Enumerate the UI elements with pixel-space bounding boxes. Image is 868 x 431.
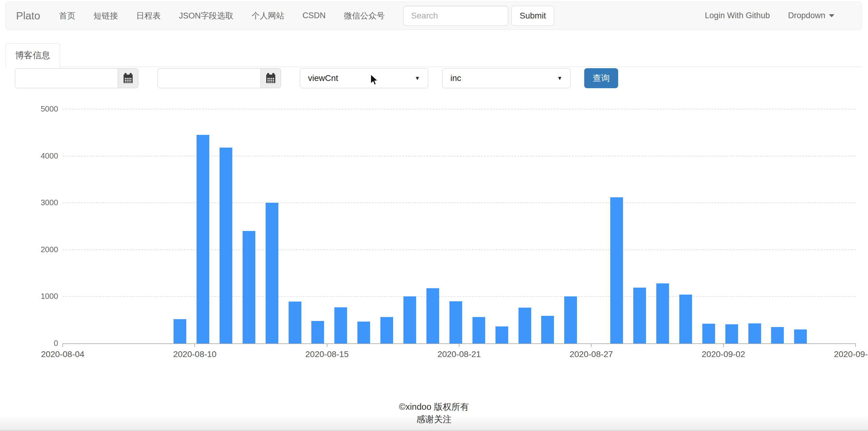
bar-2020-08-25 <box>541 316 554 343</box>
bar-2020-09-05 <box>794 329 807 343</box>
x-axis-label: 2020-08-10 <box>152 349 237 359</box>
bar-2020-09-01 <box>702 324 715 343</box>
navbar-right: Login With Github Dropdown <box>696 11 843 20</box>
bar-2020-08-15 <box>311 321 324 343</box>
x-axis-label: 2020-08-04 <box>20 349 105 359</box>
gridline-4000 <box>63 156 856 156</box>
bar-2020-08-13 <box>266 203 278 343</box>
x-axis-label: 2020-09-02 <box>681 349 766 359</box>
calendar-icon <box>266 73 276 83</box>
x-axis-tick <box>194 343 195 347</box>
bar-2020-08-12 <box>243 231 255 343</box>
bar-2020-08-23 <box>495 326 508 343</box>
query-button[interactable]: 查询 <box>584 68 618 88</box>
tab-bar: 博客信息 <box>5 44 863 67</box>
gridline-3000 <box>63 202 856 203</box>
bar-2020-08-20 <box>427 288 439 343</box>
x-axis-line <box>63 343 856 344</box>
nav-link-3[interactable]: JSON字段选取 <box>170 10 243 21</box>
select-arrow-icon: ▼ <box>414 75 420 82</box>
x-axis-tick <box>62 343 63 347</box>
dropdown-label: Dropdown <box>788 11 825 20</box>
bar-2020-08-19 <box>403 296 416 343</box>
gridline-5000 <box>63 109 856 109</box>
bar-2020-08-24 <box>519 308 531 343</box>
nav-item: 首页 <box>50 2 85 29</box>
filter-bar: viewCnt ▼ inc ▼ 查询 <box>15 68 618 88</box>
bar-2020-08-26 <box>564 296 577 343</box>
gridline-1000 <box>63 296 856 297</box>
date-to-group <box>157 68 281 88</box>
bar-2020-08-22 <box>472 317 485 343</box>
nav-item: 个人网站 <box>243 2 293 29</box>
bar-2020-08-10 <box>196 135 209 343</box>
bar-2020-08-31 <box>679 295 692 343</box>
nav-item: 微信公众号 <box>335 2 394 29</box>
x-axis-tick <box>855 343 856 347</box>
nav-item: JSON字段选取 <box>170 2 243 29</box>
y-axis-label: 5000 <box>3 104 58 114</box>
bar-2020-09-04 <box>771 327 784 343</box>
y-axis-label: 3000 <box>3 198 58 207</box>
mouse-cursor <box>370 74 380 87</box>
nav-item: 日程表 <box>127 2 170 29</box>
date-from-calendar-button[interactable] <box>118 68 138 88</box>
brand-logo[interactable]: Plato <box>16 10 40 22</box>
x-axis-tick <box>327 343 328 347</box>
bar-2020-08-28 <box>610 197 623 343</box>
bar-2020-08-17 <box>358 322 370 343</box>
bar-2020-08-09 <box>174 319 186 343</box>
bar-2020-09-02 <box>725 324 738 343</box>
x-axis-label: 2020-08-15 <box>285 349 370 359</box>
y-axis-label: 0 <box>3 339 58 348</box>
bar-2020-08-14 <box>289 301 301 343</box>
nav-link-0[interactable]: 首页 <box>50 10 85 21</box>
x-axis-label: 2020-08-21 <box>417 349 501 359</box>
mode-select-value: inc <box>451 73 461 83</box>
y-axis-label: 1000 <box>3 292 58 301</box>
x-axis-tick <box>459 343 460 347</box>
select-arrow-icon: ▼ <box>557 75 562 82</box>
tab-blog-info[interactable]: 博客信息 <box>5 44 60 67</box>
gridline-2000 <box>63 250 856 250</box>
calendar-icon <box>123 73 133 83</box>
nav-link-5[interactable]: CSDN <box>293 11 335 20</box>
metric-select-value: viewCnt <box>308 73 338 83</box>
nav-link-6[interactable]: 微信公众号 <box>335 10 394 21</box>
nav-link-1[interactable]: 短链接 <box>85 10 127 21</box>
nav-links: 首页短链接日程表JSON字段选取个人网站CSDN微信公众号 <box>50 2 394 29</box>
footer-thanks: 感谢关注 <box>0 413 868 426</box>
footer-copyright: ©xindoo 版权所有 <box>0 401 868 413</box>
bar-2020-09-03 <box>748 323 761 343</box>
metric-select[interactable]: viewCnt ▼ <box>300 68 428 88</box>
caret-down-icon <box>829 14 834 17</box>
x-axis-label: 2020-09-08 <box>813 349 868 359</box>
nav-link-2[interactable]: 日程表 <box>127 10 170 21</box>
search-input[interactable] <box>403 6 508 26</box>
date-from-group <box>15 68 138 88</box>
y-axis-label: 4000 <box>3 151 58 161</box>
bar-2020-08-16 <box>334 307 347 343</box>
login-github-link[interactable]: Login With Github <box>696 11 779 20</box>
x-axis-tick <box>723 343 724 347</box>
nav-link-4[interactable]: 个人网站 <box>243 10 293 21</box>
bar-2020-08-21 <box>450 301 462 343</box>
x-axis-label: 2020-08-27 <box>549 349 633 359</box>
mode-select[interactable]: inc ▼ <box>442 68 570 88</box>
x-axis-tick <box>591 343 591 347</box>
bar-2020-08-11 <box>220 148 232 343</box>
date-to-calendar-button[interactable] <box>261 68 281 88</box>
bar-2020-08-30 <box>656 283 669 343</box>
y-axis-label: 2000 <box>3 245 58 254</box>
nav-item: CSDN <box>293 2 335 29</box>
navbar: Plato 首页短链接日程表JSON字段选取个人网站CSDN微信公众号 Subm… <box>5 1 862 30</box>
date-to-input[interactable] <box>157 68 261 88</box>
date-from-input[interactable] <box>15 68 118 88</box>
submit-button[interactable]: Submit <box>511 6 554 26</box>
dropdown-toggle[interactable]: Dropdown <box>779 11 843 20</box>
bar-2020-08-29 <box>633 288 646 343</box>
nav-item: 短链接 <box>85 2 127 29</box>
search-form: Submit <box>403 6 554 26</box>
bar-2020-08-18 <box>380 317 393 343</box>
